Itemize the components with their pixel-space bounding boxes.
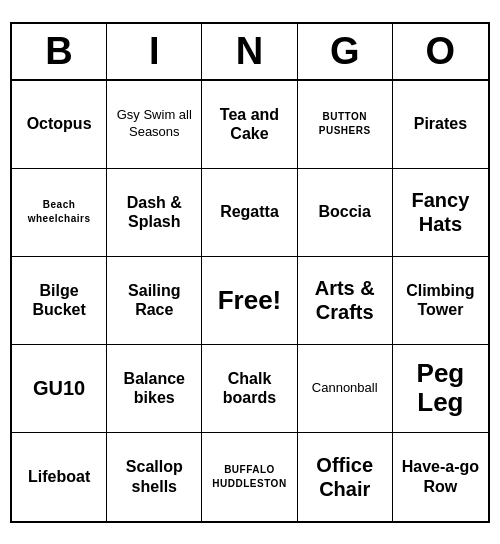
bingo-cell: Dash & Splash [107,169,202,257]
cell-text: Regatta [220,202,279,221]
bingo-cell: Boccia [298,169,393,257]
cell-text: Lifeboat [28,467,90,486]
bingo-cell: Chalk boards [202,345,297,433]
bingo-cell: Beach wheelchairs [12,169,107,257]
cell-text: Sailing Race [111,281,197,319]
cell-text: Cannonball [312,380,378,397]
bingo-cell: BUTTON PUSHERS [298,81,393,169]
cell-text: Tea and Cake [206,105,292,143]
bingo-cell: Lifeboat [12,433,107,521]
cell-text: Climbing Tower [397,281,484,319]
cell-text: Peg Leg [397,359,484,416]
cell-text: Fancy Hats [397,188,484,236]
bingo-cell: Gsy Swim all Seasons [107,81,202,169]
bingo-cell: Arts & Crafts [298,257,393,345]
cell-text: GU10 [33,376,85,400]
bingo-header: BINGO [12,24,488,81]
bingo-card: BINGO OctopusGsy Swim all SeasonsTea and… [10,22,490,523]
bingo-cell: Office Chair [298,433,393,521]
header-letter: B [12,24,107,79]
bingo-cell: Cannonball [298,345,393,433]
bingo-cell: Have-a-go Row [393,433,488,521]
bingo-grid: OctopusGsy Swim all SeasonsTea and CakeB… [12,81,488,521]
bingo-cell: Pirates [393,81,488,169]
header-letter: G [298,24,393,79]
bingo-cell: Scallop shells [107,433,202,521]
bingo-cell: BUFFALO HUDDLESTON [202,433,297,521]
bingo-cell: Free! [202,257,297,345]
cell-text: Balance bikes [111,369,197,407]
header-letter: N [202,24,297,79]
cell-text: BUFFALO HUDDLESTON [206,463,292,491]
cell-text: Boccia [318,202,370,221]
cell-text: Beach wheelchairs [16,198,102,226]
cell-text: Gsy Swim all Seasons [111,107,197,141]
bingo-cell: Tea and Cake [202,81,297,169]
bingo-cell: GU10 [12,345,107,433]
header-letter: I [107,24,202,79]
header-letter: O [393,24,488,79]
cell-text: Chalk boards [206,369,292,407]
bingo-cell: Bilge Bucket [12,257,107,345]
bingo-cell: Octopus [12,81,107,169]
cell-text: Arts & Crafts [302,276,388,324]
bingo-cell: Regatta [202,169,297,257]
cell-text: Have-a-go Row [397,457,484,495]
cell-text: Free! [218,286,282,315]
bingo-cell: Sailing Race [107,257,202,345]
cell-text: Office Chair [302,453,388,501]
cell-text: Dash & Splash [111,193,197,231]
cell-text: Pirates [414,114,467,133]
cell-text: Scallop shells [111,457,197,495]
bingo-cell: Climbing Tower [393,257,488,345]
cell-text: Octopus [27,114,92,133]
cell-text: Bilge Bucket [16,281,102,319]
bingo-cell: Balance bikes [107,345,202,433]
cell-text: BUTTON PUSHERS [302,110,388,138]
bingo-cell: Peg Leg [393,345,488,433]
bingo-cell: Fancy Hats [393,169,488,257]
